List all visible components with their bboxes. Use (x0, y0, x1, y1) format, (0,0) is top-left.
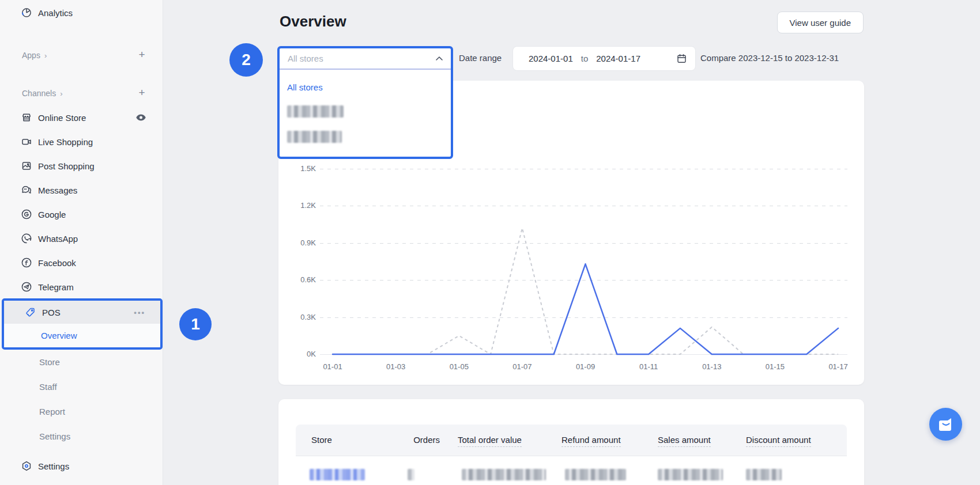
store-select-placeholder: All stores (288, 54, 323, 63)
redacted-orders-value (408, 469, 414, 480)
column-header-discount-amount[interactable]: Discount amount (746, 435, 811, 447)
sidebar-item-label: Store (39, 357, 60, 367)
sidebar-item-label: Staff (39, 382, 57, 392)
compare-period-text: Compare 2023-12-15 to 2023-12-31 (700, 53, 839, 63)
compare-period-line (333, 228, 838, 354)
telegram-icon (21, 282, 32, 292)
sidebar-item-label: Report (39, 407, 65, 416)
photo-icon (21, 161, 32, 171)
facebook-icon (21, 257, 32, 268)
add-app-button[interactable]: + (137, 50, 147, 60)
redacted-discount-amount (746, 469, 782, 480)
sidebar-item-live-shopping[interactable]: Live Shopping (0, 129, 163, 154)
menu-item-all-stores[interactable]: All stores (287, 82, 323, 92)
whatsapp-icon (21, 233, 32, 244)
sidebar-item-settings[interactable]: Settings (0, 453, 163, 479)
sidebar-item-facebook[interactable]: Facebook (0, 250, 163, 275)
annotation-step-1-badge: 1 (179, 308, 212, 340)
sidebar-item-label: Post Shopping (38, 161, 95, 171)
calendar-icon (677, 54, 687, 63)
current-period-line (333, 264, 838, 354)
store-select-input[interactable]: All stores (280, 48, 451, 70)
store-summary-card: Store Orders Total order value Refund am… (278, 399, 864, 485)
annotation-box-pos: POS ••• Overview (2, 298, 163, 350)
menu-item-redacted-store-2[interactable] (287, 131, 342, 143)
column-header-sales-amount[interactable]: Sales amount (658, 435, 711, 447)
sidebar-item-pos-overview[interactable]: Overview (4, 324, 160, 347)
chevron-up-icon (435, 56, 443, 61)
store-select-menu: All stores (280, 70, 451, 156)
main-content: Overview View user guide All stores All … (163, 0, 980, 485)
sidebar-item-pos-settings[interactable]: Settings (0, 424, 163, 449)
sidebar-item-analytics[interactable]: Analytics (0, 0, 163, 25)
annotation-step-2-badge: 2 (229, 43, 263, 77)
column-header-orders: Orders (382, 435, 440, 445)
date-to-value[interactable]: 2024-01-17 (596, 54, 640, 63)
sidebar-item-label: Analytics (38, 8, 73, 18)
sidebar-section-apps[interactable]: Apps › + (0, 44, 163, 67)
menu-item-redacted-store-1[interactable] (287, 105, 344, 118)
chevron-right-icon: › (60, 89, 62, 98)
video-camera-icon (21, 137, 32, 147)
page-title: Overview (280, 13, 346, 31)
column-header-refund-amount[interactable]: Refund amount (561, 435, 621, 447)
redacted-refund-amount (565, 469, 626, 480)
pos-more-button[interactable]: ••• (134, 308, 145, 317)
date-range-input[interactable]: 2024-01-01 to 2024-01-17 (512, 46, 696, 71)
redacted-sales-amount (658, 469, 723, 480)
sidebar-item-label: WhatsApp (38, 234, 78, 244)
sidebar-item-pos[interactable]: POS ••• (4, 301, 160, 324)
store-summary-table: Store Orders Total order value Refund am… (296, 425, 847, 485)
eye-icon[interactable] (135, 113, 146, 122)
sidebar-item-label: Settings (39, 431, 70, 441)
table-header-row: Store Orders Total order value Refund am… (296, 425, 847, 456)
sidebar-item-label: Google (38, 210, 66, 219)
pos-tag-icon (25, 307, 36, 318)
chat-bubble-smile-icon (938, 416, 954, 433)
sidebar-item-label: POS (42, 308, 61, 317)
sidebar-item-messages[interactable]: Messages (0, 177, 163, 203)
store-selector-dropdown: All stores All stores (277, 46, 453, 159)
table-row (296, 456, 847, 485)
sidebar-item-post-shopping[interactable]: Post Shopping (0, 153, 163, 179)
google-icon (21, 209, 32, 219)
sidebar-item-label: Messages (38, 185, 77, 195)
column-header-total-order-value[interactable]: Total order value (458, 435, 522, 447)
apps-header-label: Apps (22, 51, 40, 60)
date-from-value[interactable]: 2024-01-01 (529, 54, 573, 63)
sidebar-item-whatsapp[interactable]: WhatsApp (0, 226, 163, 251)
sidebar-item-label: Overview (41, 331, 77, 340)
channels-header-label: Channels (22, 89, 56, 98)
sidebar-item-label: Telegram (38, 282, 74, 292)
redacted-total-order-value (462, 469, 546, 480)
add-channel-button[interactable]: + (137, 88, 147, 98)
sidebar-item-telegram[interactable]: Telegram (0, 274, 163, 300)
settings-hexagon-icon (21, 461, 32, 471)
date-to-word: to (581, 54, 589, 63)
sidebar-section-channels[interactable]: Channels › + (0, 82, 163, 105)
sidebar-item-google[interactable]: Google (0, 202, 163, 227)
sidebar-item-pos-store[interactable]: Store (0, 350, 163, 374)
sidebar-item-online-store[interactable]: Online Store (0, 105, 163, 130)
chevron-right-icon: › (44, 51, 47, 60)
sidebar: Analytics Apps › + Channels › + Online S… (0, 0, 163, 485)
column-header-store: Store (311, 435, 332, 445)
sidebar-item-label: Live Shopping (38, 137, 93, 147)
chat-launcher-button[interactable] (929, 408, 962, 441)
sidebar-item-label: Online Store (38, 113, 86, 123)
chat-bubbles-icon (21, 185, 32, 195)
redacted-store-name-link[interactable] (310, 469, 365, 480)
sidebar-item-pos-staff[interactable]: Staff (0, 374, 163, 399)
sidebar-item-pos-report[interactable]: Report (0, 399, 163, 424)
sidebar-item-label: Settings (38, 461, 69, 471)
analytics-pie-icon (21, 7, 32, 18)
view-user-guide-button[interactable]: View user guide (777, 12, 864, 33)
date-range-label: Date range (459, 53, 502, 63)
storefront-icon (21, 112, 32, 123)
sidebar-item-label: Facebook (38, 258, 76, 268)
